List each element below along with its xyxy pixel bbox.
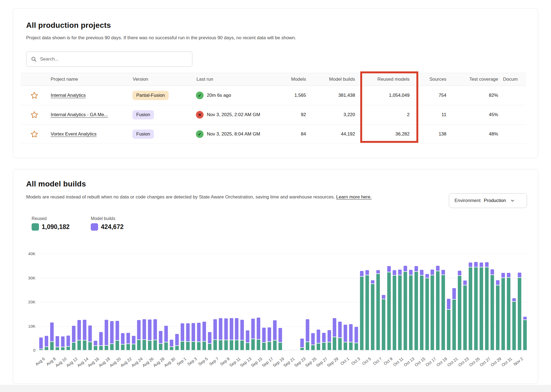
bar-sep-4[interactable] xyxy=(197,323,201,350)
bar-aug-16[interactable] xyxy=(94,341,97,350)
bar-oct-20[interactable] xyxy=(447,299,450,350)
bar-aug-13[interactable] xyxy=(77,320,81,350)
bar-aug-21[interactable] xyxy=(121,333,125,350)
bar-sep-18[interactable] xyxy=(273,320,277,350)
bar-oct-14[interactable] xyxy=(414,266,418,350)
bar-aug-8[interactable] xyxy=(50,322,54,350)
bar-sep-10[interactable] xyxy=(230,318,233,350)
bar-oct-9[interactable] xyxy=(387,266,391,350)
bar-sep-2[interactable] xyxy=(186,323,190,350)
bar-sep-9[interactable] xyxy=(224,318,228,350)
bar-oct-23[interactable] xyxy=(463,281,467,350)
bar-sep-6[interactable] xyxy=(208,332,211,350)
bar-nov-1[interactable] xyxy=(512,298,516,350)
bar-sep-7[interactable] xyxy=(213,319,217,350)
bar-sep-29[interactable] xyxy=(333,318,336,350)
bar-oct-2[interactable] xyxy=(349,324,353,350)
bar-oct-3[interactable] xyxy=(355,327,358,350)
col-version: Version xyxy=(131,77,194,82)
bar-oct-15[interactable] xyxy=(420,270,423,350)
bar-oct-5[interactable] xyxy=(365,270,369,350)
learn-more-link[interactable]: Learn more here. xyxy=(336,194,371,200)
bar-sep-14[interactable] xyxy=(251,319,255,350)
bar-sep-30[interactable] xyxy=(338,322,342,350)
bar-oct-27[interactable] xyxy=(485,262,489,350)
bar-oct-24[interactable] xyxy=(469,263,472,350)
bar-sep-11[interactable] xyxy=(235,318,238,350)
bar-oct-7[interactable] xyxy=(376,270,380,350)
bar-oct-31[interactable] xyxy=(507,273,510,350)
bar-aug-28[interactable] xyxy=(159,331,162,350)
favorite-star-icon[interactable] xyxy=(21,91,48,99)
bar-nov-3[interactable] xyxy=(523,317,527,350)
bar-aug-29[interactable] xyxy=(164,326,168,350)
table-row: Vortex Event Analytics Fusion ✓ Nov 3, 2… xyxy=(21,125,526,144)
bar-aug-18[interactable] xyxy=(105,320,108,350)
bar-sep-26[interactable] xyxy=(317,330,320,350)
bar-sep-28[interactable] xyxy=(328,330,331,350)
bar-oct-25[interactable] xyxy=(474,262,478,350)
bar-aug-27[interactable] xyxy=(153,319,157,350)
bar-aug-25[interactable] xyxy=(143,319,146,350)
bar-oct-8[interactable] xyxy=(382,295,385,350)
bar-oct-11[interactable] xyxy=(398,270,402,350)
search-input[interactable] xyxy=(40,56,188,62)
bar-oct-6[interactable] xyxy=(371,280,374,350)
environment-select[interactable]: Environment Production xyxy=(449,193,527,208)
bar-oct-10[interactable] xyxy=(393,270,396,350)
bar-oct-13[interactable] xyxy=(409,270,413,350)
bar-aug-6[interactable] xyxy=(39,337,43,350)
bar-oct-26[interactable] xyxy=(480,263,483,350)
bar-aug-30[interactable] xyxy=(170,340,173,350)
bar-sep-15[interactable] xyxy=(257,318,260,350)
bar-sep-27[interactable] xyxy=(322,333,326,350)
bar-sep-24[interactable] xyxy=(306,319,309,350)
bar-aug-19[interactable] xyxy=(110,321,114,350)
bar-aug-7[interactable] xyxy=(45,336,48,350)
bar-aug-24[interactable] xyxy=(137,320,141,350)
bar-sep-12[interactable] xyxy=(240,320,244,350)
bar-nov-2[interactable] xyxy=(518,273,521,350)
bar-sep-25[interactable] xyxy=(311,333,315,350)
bar-sep-17[interactable] xyxy=(268,327,271,350)
bar-oct-29[interactable] xyxy=(496,280,499,350)
project-link[interactable]: Vortex Event Analytics xyxy=(51,131,96,137)
bar-aug-22[interactable] xyxy=(126,333,130,350)
bar-aug-17[interactable] xyxy=(99,332,103,350)
bar-sep-13[interactable] xyxy=(246,330,249,350)
bar-oct-30[interactable] xyxy=(501,273,505,350)
bar-aug-15[interactable] xyxy=(88,325,92,350)
bar-aug-14[interactable] xyxy=(83,320,86,350)
bar-segment-model-builds xyxy=(61,336,65,347)
bar-oct-21[interactable] xyxy=(452,288,456,350)
bar-aug-26[interactable] xyxy=(148,319,152,350)
bar-oct-4[interactable] xyxy=(360,271,364,350)
bar-aug-11[interactable] xyxy=(66,336,70,350)
bar-oct-17[interactable] xyxy=(431,270,434,350)
bar-sep-3[interactable] xyxy=(192,323,195,350)
bar-oct-16[interactable] xyxy=(425,274,429,350)
favorite-star-icon[interactable] xyxy=(21,130,48,138)
bar-sep-8[interactable] xyxy=(219,318,222,350)
bar-sep-19[interactable] xyxy=(278,328,282,350)
bar-aug-9[interactable] xyxy=(56,336,59,350)
bar-sep-16[interactable] xyxy=(262,328,266,350)
bar-oct-19[interactable] xyxy=(441,270,445,350)
bar-aug-31[interactable] xyxy=(175,334,179,350)
bar-oct-12[interactable] xyxy=(404,266,407,350)
bar-sep-23[interactable] xyxy=(300,339,304,350)
bar-aug-23[interactable] xyxy=(132,336,135,350)
bar-aug-12[interactable] xyxy=(72,326,75,350)
favorite-star-icon[interactable] xyxy=(21,111,48,119)
bar-oct-18[interactable] xyxy=(436,266,440,350)
bar-sep-1[interactable] xyxy=(181,323,184,350)
bar-sep-5[interactable] xyxy=(202,322,206,350)
bar-oct-22[interactable] xyxy=(458,271,461,350)
bar-oct-28[interactable] xyxy=(491,269,494,350)
project-link[interactable]: Internal Analytics xyxy=(51,93,86,98)
project-link[interactable]: Internal Analytics - GA Me... xyxy=(51,112,108,117)
bar-aug-10[interactable] xyxy=(61,336,65,350)
bar-oct-1[interactable] xyxy=(344,325,347,350)
search-box[interactable] xyxy=(26,52,192,67)
bar-aug-20[interactable] xyxy=(116,321,119,350)
